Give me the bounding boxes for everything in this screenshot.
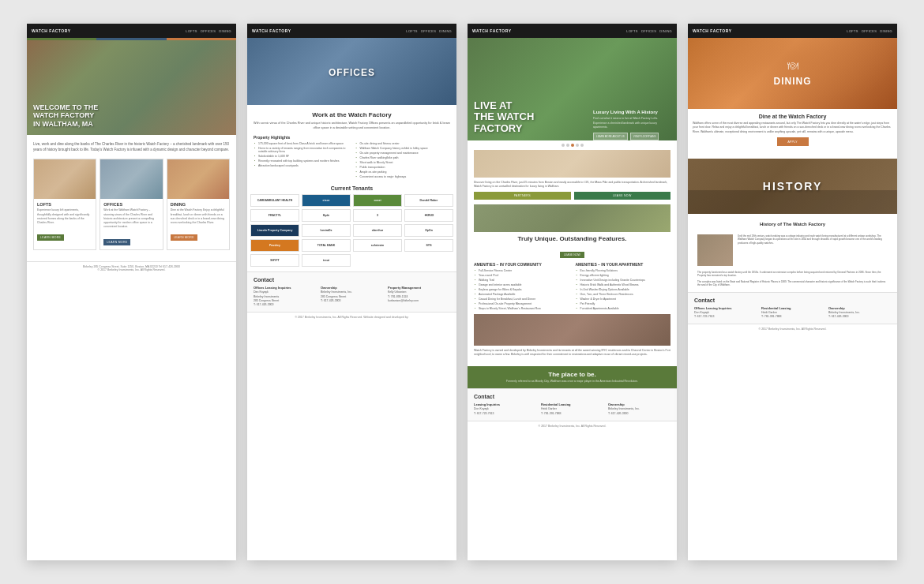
lease-now-features-btn[interactable]: LEASE NOW bbox=[560, 252, 584, 258]
fc-lofts-btn[interactable]: LEARN MORE bbox=[37, 234, 64, 241]
m2-contact: Contact Offices Leasing Inquiries Dan Kn… bbox=[247, 271, 456, 312]
m2-contact-pm-info: Kelly UrbanismT: 781-899-1524kurbanism@b… bbox=[388, 290, 450, 303]
feature-card-dining[interactable]: Dining Dine at the Watch Factory Enjoy a… bbox=[167, 159, 230, 249]
m2-contact-grid: Offices Leasing Inquiries Dan KnyaykBirk… bbox=[254, 286, 450, 307]
tenant-shyft: SHYFT bbox=[250, 254, 299, 267]
feature-cards: Lofts Experience luxury loft apartments,… bbox=[33, 159, 230, 249]
nav-lofts-1[interactable]: LOFTS bbox=[186, 29, 197, 33]
history-strip: HISTORY bbox=[688, 159, 897, 214]
tenant-lumira: lumiraDx bbox=[302, 224, 351, 237]
m3-features-title: Truly Unique. Outstanding Features. bbox=[474, 235, 670, 242]
floorplans-btn[interactable]: VIEW FLOORPLANS bbox=[630, 133, 659, 140]
nav-offices-2[interactable]: OFFICES bbox=[421, 29, 436, 33]
fc-offices-text: Work at the Waltham Watch Factory – stun… bbox=[103, 208, 159, 229]
a9: Steps to Moody Street, Waltham's Restaur… bbox=[474, 306, 569, 311]
nav-offices-4[interactable]: OFFICES bbox=[862, 29, 877, 33]
tenant-passkey: Passkey bbox=[250, 239, 299, 252]
lease-now-btn-3[interactable]: LEASE NOW bbox=[574, 192, 671, 200]
m3-right-panel: Luxury Living With A History Find out wh… bbox=[593, 110, 664, 140]
fc-offices-title: Offices bbox=[103, 202, 159, 207]
partners-btn[interactable]: PARTNERS bbox=[474, 192, 571, 200]
nav-logo-2: WATCH FACTORY bbox=[252, 28, 291, 33]
nav-dots bbox=[468, 140, 677, 150]
tenant-trout: trout bbox=[302, 254, 351, 267]
nav-dining-2[interactable]: DINING bbox=[439, 29, 452, 33]
m3-place-text: Watch Factory is owned and developed by … bbox=[474, 349, 670, 358]
nav-dining-3[interactable]: DINING bbox=[659, 29, 672, 33]
nav-lofts-3[interactable]: LOFTS bbox=[626, 29, 637, 33]
dining-icon: 🍽 bbox=[774, 59, 812, 72]
fc-offices-img bbox=[100, 159, 162, 199]
m4-c2-label: Residential Leasing bbox=[761, 306, 824, 310]
history-para-1: Until the mid 19th century, watch-making… bbox=[738, 234, 888, 245]
tenant-coast: coast bbox=[353, 194, 402, 207]
m3-contact-grid: Leasing Inquiries Don KnyaykT: 617-723-7… bbox=[474, 402, 670, 416]
m3-c2: Residential Leasing Heidi GarberT: 781-3… bbox=[541, 402, 603, 416]
fc-dining-btn[interactable]: LEARN MORE bbox=[171, 234, 197, 241]
fc-dining-img bbox=[167, 159, 229, 199]
tenant-cisco: cisco bbox=[302, 194, 351, 207]
outdoor-strip bbox=[474, 204, 670, 232]
nav-lofts-4[interactable]: LOFTS bbox=[847, 29, 858, 33]
m2-description: With scenic views of the Charles River a… bbox=[254, 122, 450, 130]
m3-c2-info: Heidi GarberT: 781-391-7888 bbox=[541, 407, 603, 416]
nav-offices-3[interactable]: OFFICES bbox=[641, 29, 656, 33]
dot-3 bbox=[571, 144, 574, 147]
amenities-community-col: Amenities – In Your Community Full-Servi… bbox=[474, 262, 569, 311]
fc-offices-btn[interactable]: LEARN MORE bbox=[103, 239, 130, 245]
nav-lofts-2[interactable]: LOFTS bbox=[406, 29, 417, 33]
m4-contact-grid: Offices Leasing Inquiries Don KnyaykT: 6… bbox=[694, 306, 891, 320]
m2-contact-leasing: Offices Leasing Inquiries Dan KnyaykBirk… bbox=[254, 286, 316, 307]
history-thumb-img bbox=[697, 234, 733, 266]
tenant-3: 3 bbox=[353, 209, 402, 222]
tenant-hyde: Hyde bbox=[302, 209, 351, 222]
amenities-community-title: Amenities – In Your Community bbox=[474, 262, 569, 267]
m2-contact-ownership-info: Birkeley Investments, Inc.285 Congress S… bbox=[321, 290, 383, 303]
tenant-fractyl: FRACTYL bbox=[250, 209, 299, 222]
tenant-schrieson: schriesim bbox=[353, 239, 402, 252]
m3-c2-label: Residential Leasing bbox=[541, 402, 603, 406]
m4-c1-label: Offices Leasing Inquiries bbox=[694, 306, 757, 310]
m3-body: Discover living on the Charles River, ju… bbox=[468, 150, 677, 366]
amenities-grid: Amenities – In Your Community Full-Servi… bbox=[474, 262, 670, 311]
tenant-opgn: OpGn bbox=[404, 224, 453, 237]
highlight-12: Convenient access to major highways bbox=[355, 174, 451, 179]
m2-hero: OFFICES bbox=[247, 38, 456, 105]
m1-body: Live, work and dine along the banks of T… bbox=[27, 135, 236, 261]
m2-contact-leasing-info: Dan KnyaykBirkeley Investments285 Congre… bbox=[254, 290, 316, 307]
m1-description: Live, work and dine along the banks of T… bbox=[33, 141, 230, 152]
learn-more-btn-3[interactable]: LEARN MORE ABOUT US bbox=[593, 133, 628, 140]
tenant-totalbank: TOTAL BANK bbox=[302, 239, 351, 252]
mockup-offices: WATCH FACTORY LOFTS OFFICES DINING OFFIC… bbox=[247, 24, 456, 560]
m4-apply-btn[interactable]: APPLY bbox=[777, 137, 809, 146]
nav-links-2: LOFTS OFFICES DINING bbox=[406, 29, 452, 33]
dot-2 bbox=[566, 144, 569, 147]
m3-c3: Ownership Birkeley Investments, Inc.T: 6… bbox=[608, 402, 670, 416]
m3-right-text: Find out what it means to live at Watch … bbox=[593, 117, 664, 129]
place-section: The place to be. Formerly referred to as… bbox=[468, 366, 677, 388]
tenant-sys: SYS bbox=[404, 239, 453, 252]
nav-offices-1[interactable]: OFFICES bbox=[201, 29, 216, 33]
m2-contact-pm: Property Management Kelly UrbanismT: 781… bbox=[388, 286, 450, 307]
m1-hero: WELCOME TO THEWATCH FACTORYIN WALTHAM, M… bbox=[27, 40, 236, 135]
m3-c1: Leasing Inquiries Don KnyaykT: 617-723-7… bbox=[474, 402, 536, 416]
m2-contact-leasing-label: Offices Leasing Inquiries bbox=[254, 286, 316, 290]
nav-bar-2: WATCH FACTORY LOFTS OFFICES DINING bbox=[247, 24, 456, 38]
feature-card-offices[interactable]: Offices Work at the Waltham Watch Factor… bbox=[100, 159, 163, 249]
nav-dining-1[interactable]: DINING bbox=[219, 29, 231, 33]
m4-c2-info: Heidi GarberT: 781-391-7888 bbox=[761, 311, 824, 320]
highlights-title: Property Highlights bbox=[254, 135, 349, 140]
tenant-grid: CAREAMBULANT HEALTH cisco coast Donald R… bbox=[247, 194, 456, 267]
nav-logo-3: WATCH FACTORY bbox=[472, 28, 511, 33]
mockup-lofts-full: WATCH FACTORY LOFTS OFFICES DINING LIVE … bbox=[468, 24, 677, 560]
history-section: History of The Watch Factory Until the m… bbox=[688, 217, 897, 292]
tenant-oberthur: oberthur bbox=[353, 224, 402, 237]
fc-lofts-img bbox=[34, 159, 96, 199]
dot-5 bbox=[580, 144, 584, 147]
nav-links-1: LOFTS OFFICES DINING bbox=[186, 29, 231, 33]
m3-cta-buttons: PARTNERS LEASE NOW bbox=[474, 192, 670, 200]
m3-hero-title: LIVE ATTHE WATCHFACTORY bbox=[474, 100, 599, 134]
nav-dining-4[interactable]: DINING bbox=[880, 29, 892, 33]
feature-card-lofts[interactable]: Lofts Experience luxury loft apartments,… bbox=[33, 159, 96, 249]
tenant-lincoln: Lincoln Property Company bbox=[250, 224, 299, 237]
